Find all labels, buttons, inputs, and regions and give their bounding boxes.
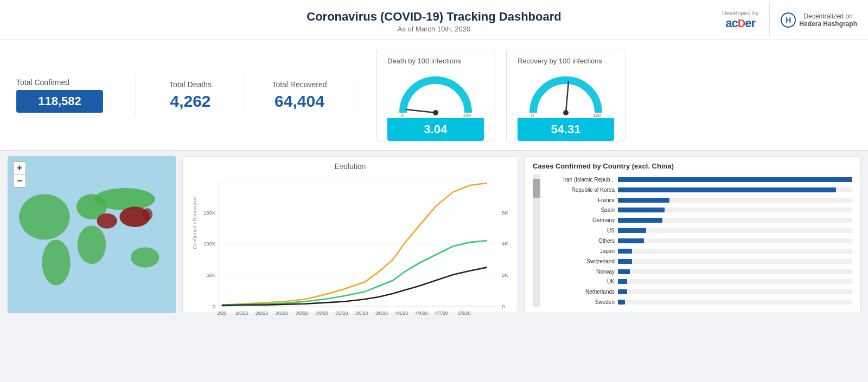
recovered-label: Total Recovered <box>272 80 327 89</box>
header: Coronavirus (COVID-19) Tracking Dashboar… <box>0 0 868 40</box>
bar-label: Netherlands <box>545 289 618 295</box>
death-gauge-title: Death by 100 infections <box>387 57 461 65</box>
bar-chart-row: Iran (Islamic Repub... <box>545 175 852 184</box>
bar-chart-title: Cases Confirmed by Country (excl. China) <box>533 162 852 170</box>
svg-text:4/4/20: 4/4/20 <box>415 310 428 316</box>
confirmed-label: Total Confirmed <box>16 78 69 87</box>
bar-fill-wrap <box>618 238 852 243</box>
world-map-svg <box>8 156 176 313</box>
bar-fill <box>618 249 632 254</box>
svg-text:2/5/20: 2/5/20 <box>235 310 248 316</box>
svg-text:50K: 50K <box>206 272 216 278</box>
svg-text:3/1/20: 3/1/20 <box>276 310 289 316</box>
bar-label: Switzerland <box>545 258 618 264</box>
svg-text:0: 0 <box>502 303 505 309</box>
bar-label: UK <box>545 279 618 284</box>
bar-chart-row: Spain <box>545 206 852 215</box>
bar-chart-row: Germany <box>545 216 852 225</box>
death-gauge-svg: 0 100 <box>392 69 479 118</box>
svg-point-17 <box>131 247 159 267</box>
bar-fill <box>618 218 662 223</box>
bar-label: Others <box>545 238 618 244</box>
bar-label: Iran (Islamic Repub... <box>545 177 618 183</box>
svg-point-16 <box>42 239 70 285</box>
bar-label: Republic of Korea <box>545 187 618 193</box>
bar-fill <box>618 279 627 284</box>
recovery-gauge-value: 54.31 <box>518 118 614 141</box>
stat-divider-1 <box>136 74 136 117</box>
death-gauge-card: Death by 100 infections 0 100 3.04 <box>376 49 495 141</box>
scroll-bar[interactable] <box>533 174 540 307</box>
bar-chart-row: Norway <box>545 267 852 276</box>
deaths-label: Total Deaths <box>169 80 212 89</box>
bar-chart-row: Netherlands <box>545 288 852 296</box>
recovery-gauge-title: Recovery by 100 infections <box>518 57 602 65</box>
svg-text:2K: 2K <box>502 272 508 278</box>
deaths-value: 4,262 <box>170 92 210 111</box>
bar-label: Norway <box>545 269 618 275</box>
svg-point-5 <box>563 110 569 115</box>
svg-text:100: 100 <box>593 113 601 118</box>
bar-label: Spain <box>545 207 618 213</box>
svg-point-11 <box>97 213 117 229</box>
total-confirmed-stat: Total Confirmed 118,582 <box>16 78 125 113</box>
bar-fill <box>618 269 630 274</box>
bar-fill-wrap <box>618 269 852 274</box>
bar-label: US <box>545 228 618 234</box>
bar-fill <box>618 208 665 212</box>
bar-fill-wrap <box>618 300 852 305</box>
bar-fill-wrap <box>618 187 852 192</box>
bar-label: Sweden <box>545 299 618 305</box>
bar-fill-wrap <box>618 177 852 182</box>
bar-fill-wrap <box>618 249 852 254</box>
recovery-gauge-svg: 0 100 <box>522 69 609 118</box>
svg-text:2/8/20: 2/8/20 <box>256 310 269 316</box>
svg-text:0: 0 <box>401 113 404 118</box>
svg-line-0 <box>406 109 436 113</box>
bar-label: France <box>545 197 618 203</box>
zoom-out-button[interactable]: − <box>13 174 26 187</box>
svg-text:100: 100 <box>463 113 471 118</box>
bar-chart-panel: Cases Confirmed by Country (excl. China)… <box>525 156 860 313</box>
stat-divider-2 <box>245 74 245 117</box>
hedera-logo: H Decentralized on Hedera Hashgraph <box>781 12 857 28</box>
svg-text:0: 0 <box>213 303 215 309</box>
confirmed-value: 118,582 <box>16 90 103 113</box>
svg-point-10 <box>94 188 155 210</box>
bar-fill <box>618 289 627 294</box>
evolution-chart-panel: Evolution 0 50K 100K 150K 0 2K 4K 6K <box>182 156 518 313</box>
bottom-row: + − Evolution <box>0 151 868 319</box>
death-gauge-container: 0 100 <box>392 69 479 118</box>
bar-fill-wrap <box>618 218 852 223</box>
bar-chart-row: France <box>545 196 852 204</box>
evolution-chart: 0 50K 100K 150K 0 2K 4K 6K Confirmed / R… <box>190 174 510 319</box>
bar-rows: Iran (Islamic Repub...Republic of KoreaF… <box>545 174 852 307</box>
scroll-thumb <box>533 179 540 198</box>
svg-text:3/8/20: 3/8/20 <box>375 310 388 316</box>
recovery-gauge-card: Recovery by 100 infections 0 100 54.31 <box>506 49 626 141</box>
svg-text:3/6/20: 3/6/20 <box>295 310 308 316</box>
evolution-svg: 0 50K 100K 150K 0 2K 4K 6K Confirmed / R… <box>190 174 510 319</box>
svg-line-4 <box>566 81 569 113</box>
bar-label: Germany <box>545 217 618 223</box>
svg-text:3/2/20: 3/2/20 <box>335 310 348 316</box>
svg-text:0: 0 <box>531 113 534 118</box>
svg-text:150K: 150K <box>203 210 216 216</box>
bar-fill <box>618 300 625 305</box>
zoom-in-button[interactable]: + <box>13 161 26 174</box>
svg-text:Confirmed / Recovered: Confirmed / Recovered <box>192 197 197 249</box>
bar-fill-wrap <box>618 259 852 264</box>
svg-text:6K: 6K <box>502 210 508 216</box>
bar-chart-row: Japan <box>545 247 852 255</box>
svg-point-15 <box>19 194 70 239</box>
bar-label: Japan <box>545 248 618 254</box>
recovery-gauge-container: 0 100 <box>522 69 609 118</box>
map-controls[interactable]: + − <box>13 161 26 187</box>
svg-text:4/1/20: 4/1/20 <box>395 310 408 316</box>
bar-chart-container: Iran (Islamic Repub...Republic of KoreaF… <box>533 174 852 307</box>
death-gauge-value: 3.04 <box>387 118 484 141</box>
bar-fill <box>618 177 852 182</box>
total-deaths-stat: Total Deaths 4,262 <box>147 80 234 111</box>
svg-text:4/7/20: 4/7/20 <box>435 310 448 316</box>
bar-fill <box>618 228 646 233</box>
